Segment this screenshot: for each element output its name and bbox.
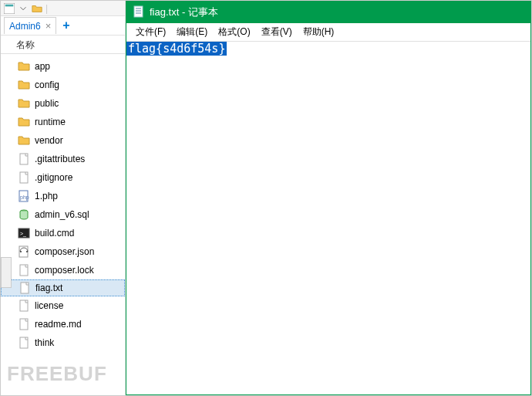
tree-item-label: fiag.txt [35, 283, 62, 293]
svg-rect-2 [20, 154, 28, 164]
tab-strip: Admin6 × + [1, 16, 125, 36]
explorer-toolbar: | [1, 1, 125, 16]
folder-icon [18, 97, 30, 110]
menu-help[interactable]: 帮助(H) [300, 24, 338, 40]
svg-rect-15 [20, 319, 28, 330]
app-icon [4, 3, 15, 14]
selected-text: flag{s4d6f54s} [126, 42, 227, 56]
file-icon [18, 318, 30, 330]
svg-rect-3 [20, 172, 28, 183]
tree-item-label: .gitignore [35, 172, 72, 183]
svg-rect-13 [21, 283, 29, 293]
tree-item-label: vendor [35, 135, 63, 146]
dropdown-icon[interactable] [18, 3, 29, 14]
folder-icon [18, 79, 30, 91]
add-tab-button[interactable]: + [62, 19, 69, 32]
menu-edit[interactable]: 编辑(E) [173, 24, 210, 40]
json-icon [18, 245, 30, 258]
tree-item--gitattributes[interactable]: .gitattributes [1, 150, 125, 168]
tree-item-fiag-txt[interactable]: fiag.txt [1, 279, 125, 296]
file-icon [18, 264, 30, 276]
file-icon [18, 300, 30, 312]
svg-text:>_: >_ [20, 231, 26, 237]
svg-rect-17 [134, 6, 143, 17]
tree-item-build-cmd[interactable]: >_build.cmd [1, 224, 125, 242]
svg-point-10 [20, 251, 22, 252]
notepad-title-text: fiag.txt - 记事本 [150, 5, 218, 19]
scrollbar[interactable] [1, 257, 12, 288]
file-explorer-panel: | Admin6 × + 名称 appconfigpublicruntimeve… [1, 1, 126, 395]
svg-rect-14 [20, 300, 28, 311]
tree-item-app[interactable]: app [1, 57, 125, 76]
sql-icon [18, 208, 30, 221]
column-header-name[interactable]: 名称 [1, 36, 125, 54]
tree-item-label: admin_v6.sql [35, 209, 89, 220]
file-icon [18, 171, 30, 184]
svg-rect-12 [20, 265, 28, 276]
tree-item-composer-lock[interactable]: composer.lock [1, 261, 125, 279]
file-icon [18, 337, 30, 349]
menu-view[interactable]: 查看(V) [258, 24, 295, 40]
tree-item-readme-md[interactable]: readme.md [1, 315, 125, 333]
tree-item-label: public [35, 98, 59, 109]
notepad-icon [133, 5, 145, 20]
tree-item-license[interactable]: license [1, 296, 125, 315]
tree-item-label: app [35, 61, 50, 72]
tree-item--gitignore[interactable]: .gitignore [1, 168, 125, 187]
folder-icon [18, 60, 30, 73]
tree-item-label: readme.md [35, 319, 82, 330]
file-icon [19, 282, 31, 294]
tab-label: Admin6 [9, 21, 41, 32]
tree-item-config[interactable]: config [1, 76, 125, 94]
tree-item-composer-json[interactable]: composer.json [1, 242, 125, 261]
php-icon: php [18, 190, 30, 202]
svg-text:php: php [20, 195, 29, 201]
tree-item-public[interactable]: public [1, 94, 125, 113]
tree-item-label: composer.lock [35, 265, 94, 276]
tree-item-label: composer.json [35, 246, 94, 257]
notepad-window: fiag.txt - 记事本 文件(F) 编辑(E) 格式(O) 查看(V) 帮… [126, 1, 531, 395]
cmd-icon: >_ [18, 227, 30, 239]
file-tree: appconfigpublicruntimevendor.gitattribut… [1, 54, 125, 355]
svg-point-11 [26, 251, 28, 252]
close-icon[interactable]: × [45, 20, 52, 32]
svg-rect-16 [20, 337, 28, 348]
separator-icon: | [45, 3, 56, 14]
tree-item-label: .gitattributes [35, 154, 85, 164]
folder-icon [18, 116, 30, 128]
notepad-menubar: 文件(F) 编辑(E) 格式(O) 查看(V) 帮助(H) [126, 23, 530, 42]
tab-admin6[interactable]: Admin6 × [4, 17, 56, 34]
tree-item-admin-v6-sql[interactable]: admin_v6.sql [1, 205, 125, 224]
tree-item-label: 1.php [35, 191, 58, 201]
tree-item-label: license [35, 300, 63, 311]
menu-file[interactable]: 文件(F) [133, 24, 169, 40]
svg-rect-1 [5, 4, 14, 6]
tree-item-label: build.cmd [35, 228, 74, 239]
tree-item-1-php[interactable]: php1.php [1, 187, 125, 205]
file-icon [18, 153, 30, 165]
tree-item-think[interactable]: think [1, 333, 125, 352]
tree-item-label: config [35, 80, 59, 90]
tree-item-vendor[interactable]: vendor [1, 131, 125, 150]
tree-item-label: runtime [35, 117, 66, 127]
tree-item-label: think [35, 337, 54, 348]
notepad-content-area[interactable]: flag{s4d6f54s} [126, 42, 530, 394]
folder-small-icon [32, 3, 42, 14]
menu-format[interactable]: 格式(O) [215, 24, 253, 40]
tree-item-runtime[interactable]: runtime [1, 113, 125, 131]
notepad-titlebar[interactable]: fiag.txt - 记事本 [126, 2, 530, 23]
watermark: FREEBUF [7, 362, 107, 386]
folder-icon [18, 134, 30, 147]
editor-panel: fiag.txt - 记事本 文件(F) 编辑(E) 格式(O) 查看(V) 帮… [126, 1, 531, 395]
